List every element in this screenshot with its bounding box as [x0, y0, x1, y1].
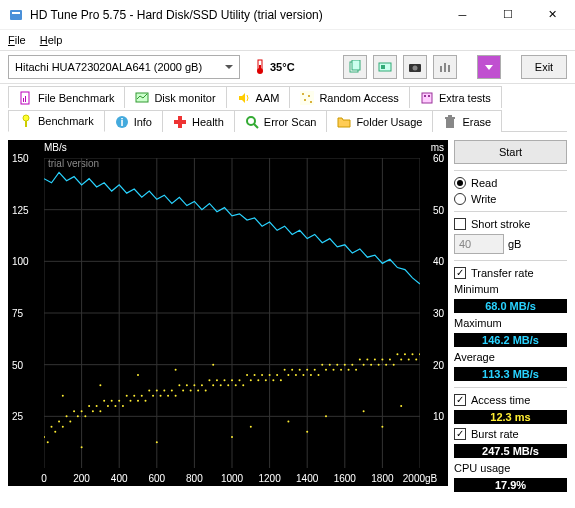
svg-point-56 — [51, 426, 53, 428]
svg-rect-18 — [300, 91, 314, 105]
menu-help[interactable]: Help — [40, 34, 63, 46]
svg-point-106 — [239, 379, 241, 381]
tab-info[interactable]: iInfo — [104, 110, 163, 132]
svg-point-101 — [220, 384, 222, 386]
svg-point-66 — [88, 405, 90, 407]
svg-point-94 — [193, 384, 195, 386]
svg-point-57 — [54, 431, 56, 433]
svg-point-104 — [231, 379, 233, 381]
svg-point-157 — [137, 374, 139, 376]
svg-point-116 — [276, 374, 278, 376]
screenshot-button[interactable] — [373, 55, 397, 79]
write-radio[interactable]: Write — [454, 193, 567, 205]
svg-point-123 — [302, 374, 304, 376]
svg-rect-13 — [448, 65, 450, 72]
tab-file-benchmark[interactable]: File Benchmark — [8, 86, 125, 108]
svg-point-147 — [393, 364, 395, 366]
svg-point-21 — [304, 99, 306, 101]
tab-error-scan[interactable]: Error Scan — [234, 110, 328, 132]
svg-point-126 — [314, 369, 316, 371]
tab-folder-usage[interactable]: Folder Usage — [326, 110, 433, 132]
burst-rate-check[interactable]: ✓Burst rate — [454, 428, 567, 440]
svg-point-165 — [81, 446, 83, 448]
svg-point-73 — [114, 405, 116, 407]
read-radio[interactable]: Read — [454, 177, 567, 189]
close-button[interactable]: ✕ — [530, 0, 575, 30]
copy-info-button[interactable] — [343, 55, 367, 79]
camera-button[interactable] — [403, 55, 427, 79]
svg-point-141 — [370, 364, 372, 366]
svg-point-129 — [325, 369, 327, 371]
svg-point-131 — [333, 369, 335, 371]
svg-point-113 — [265, 379, 267, 381]
svg-point-70 — [103, 400, 105, 402]
menu-file[interactable]: File — [8, 34, 26, 46]
svg-rect-1 — [12, 12, 20, 14]
svg-point-124 — [306, 369, 308, 371]
short-stroke-value[interactable]: 40 — [454, 234, 504, 254]
toolbar: Hitachi HUA723020ALA641 (2000 gB) 35°C E… — [0, 50, 575, 84]
cpu-usage-label: CPU usage — [454, 462, 567, 474]
svg-rect-23 — [422, 93, 432, 103]
drive-select[interactable]: Hitachi HUA723020ALA641 (2000 gB) — [8, 55, 240, 79]
tab-erase[interactable]: Erase — [432, 110, 502, 132]
svg-point-92 — [186, 384, 188, 386]
svg-point-81 — [145, 400, 147, 402]
exit-button[interactable]: Exit — [521, 55, 567, 79]
svg-point-138 — [359, 359, 361, 361]
tab-aam[interactable]: AAM — [226, 86, 291, 108]
svg-point-105 — [235, 384, 237, 386]
svg-point-107 — [242, 384, 244, 386]
svg-point-166 — [156, 441, 158, 443]
svg-point-151 — [408, 359, 410, 361]
svg-point-112 — [261, 374, 263, 376]
tab-extra-tests[interactable]: Extra tests — [409, 86, 502, 108]
tab-disk-monitor[interactable]: Disk monitor — [124, 86, 226, 108]
svg-point-160 — [250, 426, 252, 428]
tab-benchmark[interactable]: Benchmark — [8, 110, 105, 132]
svg-point-140 — [366, 359, 368, 361]
transfer-rate-check[interactable]: ✓Transfer rate — [454, 267, 567, 279]
tabs-row-2: Benchmark iInfo Health Error Scan Folder… — [0, 108, 575, 132]
svg-point-152 — [411, 353, 413, 355]
svg-rect-11 — [440, 66, 442, 72]
svg-point-125 — [310, 374, 312, 376]
svg-point-136 — [351, 364, 353, 366]
average-value: 113.3 MB/s — [454, 368, 567, 380]
svg-point-108 — [246, 374, 248, 376]
save-button[interactable] — [477, 55, 501, 79]
start-button[interactable]: Start — [454, 140, 567, 164]
svg-point-87 — [167, 395, 169, 397]
svg-point-114 — [269, 374, 271, 376]
svg-text:i: i — [120, 116, 123, 128]
svg-rect-35 — [445, 117, 455, 119]
short-stroke-check[interactable]: Short stroke — [454, 218, 567, 230]
svg-point-75 — [122, 405, 124, 407]
svg-line-33 — [254, 124, 258, 128]
svg-point-93 — [190, 390, 192, 392]
svg-point-55 — [47, 441, 49, 443]
access-time-check[interactable]: ✓Access time — [454, 394, 567, 406]
svg-point-110 — [254, 374, 256, 376]
svg-point-102 — [223, 379, 225, 381]
svg-rect-12 — [444, 63, 446, 72]
tab-random-access[interactable]: Random Access — [289, 86, 409, 108]
svg-point-154 — [419, 353, 420, 355]
svg-point-76 — [126, 395, 128, 397]
tab-health[interactable]: Health — [162, 110, 235, 132]
maximize-button[interactable]: ☐ — [485, 0, 530, 30]
svg-point-86 — [163, 390, 165, 392]
svg-point-121 — [295, 374, 297, 376]
svg-point-167 — [231, 436, 233, 438]
svg-rect-8 — [381, 65, 385, 69]
svg-point-115 — [272, 379, 274, 381]
svg-point-74 — [118, 400, 120, 402]
settings-button[interactable] — [433, 55, 457, 79]
minimize-button[interactable]: ─ — [440, 0, 485, 30]
svg-rect-24 — [424, 95, 426, 97]
svg-point-149 — [400, 359, 402, 361]
svg-point-120 — [291, 369, 293, 371]
svg-point-64 — [81, 410, 83, 412]
benchmark-chart: MB/s ms trial version 255075100125150102… — [8, 140, 448, 486]
svg-point-83 — [152, 395, 154, 397]
